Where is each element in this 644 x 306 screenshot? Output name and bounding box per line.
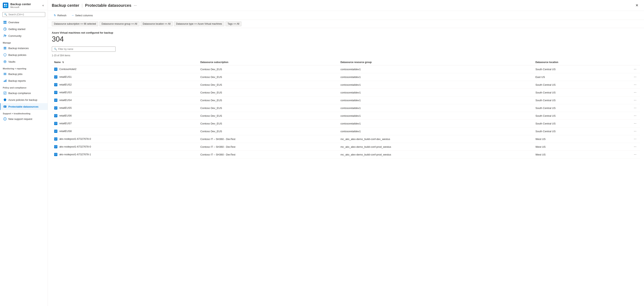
cell-subscription: Contoso Dev_EUS bbox=[198, 112, 338, 120]
cell-subscription: Contoso IT – SH360 - DevTest bbox=[198, 135, 338, 143]
header-more-icon[interactable]: ··· bbox=[134, 3, 137, 7]
cell-more[interactable]: ··· bbox=[630, 135, 640, 143]
cell-resource-group: contosoretaildev1 bbox=[338, 81, 533, 89]
cell-name-text: retailEUS5 bbox=[59, 106, 72, 109]
cell-location: South Central US bbox=[533, 104, 630, 112]
sidebar-item-getting-started[interactable]: Getting started bbox=[0, 26, 48, 32]
header-separator: | bbox=[82, 3, 83, 8]
sidebar-item-overview[interactable]: Overview bbox=[0, 19, 48, 26]
cell-name: retailEUS8 bbox=[52, 128, 198, 135]
sidebar-backup-reports-label: Backup reports bbox=[8, 79, 26, 82]
table-header-row: Name ⇅ Datasource subscription Datasourc… bbox=[52, 59, 640, 65]
search-box[interactable]: 🔍 bbox=[2, 12, 45, 17]
sidebar-item-backup-compliance[interactable]: Backup compliance bbox=[0, 90, 48, 96]
search-input[interactable] bbox=[8, 13, 44, 16]
sidebar-item-backup-jobs[interactable]: Backup jobs bbox=[0, 71, 48, 77]
vm-icon bbox=[54, 83, 57, 86]
row-more-button[interactable]: ··· bbox=[633, 75, 638, 79]
sidebar-item-community[interactable]: Community bbox=[0, 32, 48, 39]
cell-more[interactable]: ··· bbox=[630, 151, 640, 158]
sidebar-item-protectable-datasources[interactable]: Protectable datasources bbox=[0, 103, 48, 110]
row-more-button[interactable]: ··· bbox=[633, 137, 638, 141]
col-actions bbox=[630, 59, 640, 65]
cell-more[interactable]: ··· bbox=[630, 65, 640, 73]
filter-name-box[interactable]: 🔍 bbox=[52, 46, 116, 52]
row-more-button[interactable]: ··· bbox=[633, 98, 638, 102]
cell-more[interactable]: ··· bbox=[630, 120, 640, 128]
cell-name-text: aks-nodepool1-67327678-1 bbox=[59, 153, 91, 156]
sidebar-item-azure-policies[interactable]: Azure policies for backup bbox=[0, 96, 48, 103]
svg-rect-44 bbox=[55, 107, 56, 108]
cell-more[interactable]: ··· bbox=[630, 143, 640, 151]
vm-icon bbox=[54, 122, 57, 125]
svg-point-10 bbox=[6, 35, 6, 36]
sidebar-collapse-button[interactable]: « bbox=[42, 3, 45, 7]
row-more-button[interactable]: ··· bbox=[633, 67, 638, 71]
table-row: retailEUS6 Contoso Dev_EUS contosoretail… bbox=[52, 112, 640, 120]
table-row: ContosoHotel2 Contoso Dev_EUS contosoret… bbox=[52, 65, 640, 73]
row-more-button[interactable]: ··· bbox=[633, 114, 638, 118]
sidebar-item-vaults[interactable]: Vaults bbox=[0, 58, 48, 65]
svg-rect-62 bbox=[55, 154, 56, 155]
cell-more[interactable]: ··· bbox=[630, 96, 640, 104]
filter-tags[interactable]: Tags == All bbox=[226, 21, 242, 26]
svg-rect-32 bbox=[55, 76, 56, 77]
sort-icon: ⇅ bbox=[62, 61, 64, 63]
cell-more[interactable]: ··· bbox=[630, 81, 640, 89]
svg-rect-11 bbox=[4, 47, 5, 48]
filter-subscription[interactable]: Datasource subscription == 66 selected bbox=[52, 21, 98, 26]
table-row: aks-nodepool1-67327678-0 Contoso IT – SH… bbox=[52, 135, 640, 143]
sidebar-item-backup-reports[interactable]: Backup reports bbox=[0, 77, 48, 84]
cell-location: South Central US bbox=[533, 112, 630, 120]
cell-name-text: retailEUS1 bbox=[59, 75, 72, 78]
vm-icon bbox=[54, 106, 57, 110]
svg-rect-4 bbox=[4, 21, 5, 22]
cell-more[interactable]: ··· bbox=[630, 112, 640, 120]
row-more-button[interactable]: ··· bbox=[633, 152, 638, 157]
vm-icon bbox=[54, 75, 57, 79]
col-name[interactable]: Name ⇅ bbox=[52, 59, 198, 65]
filter-resource-group[interactable]: Datasource resource group == All bbox=[100, 21, 140, 26]
vaults-icon bbox=[3, 60, 7, 63]
row-more-button[interactable]: ··· bbox=[633, 129, 638, 134]
community-icon bbox=[3, 34, 7, 38]
row-more-button[interactable]: ··· bbox=[633, 83, 638, 87]
cell-name: retailEUS2 bbox=[52, 81, 198, 89]
cell-name: ContosoHotel2 bbox=[52, 65, 198, 73]
filter-name-input[interactable] bbox=[58, 48, 113, 50]
data-table: Name ⇅ Datasource subscription Datasourc… bbox=[52, 59, 640, 158]
row-more-button[interactable]: ··· bbox=[633, 106, 638, 110]
cell-name-text: retailEUS6 bbox=[59, 114, 72, 117]
refresh-button[interactable]: ↻ Refresh bbox=[52, 12, 68, 18]
close-button[interactable]: ✕ bbox=[634, 2, 640, 8]
cell-subscription: Contoso Dev_EUS bbox=[198, 128, 338, 135]
select-columns-button[interactable]: → Select columns bbox=[69, 12, 95, 18]
filter-type[interactable]: Datasource type == Azure Virtual machine… bbox=[174, 21, 224, 26]
sidebar-item-backup-policies[interactable]: Backup policies bbox=[0, 51, 48, 58]
cell-name-text: retailEUS4 bbox=[59, 99, 72, 102]
cell-more[interactable]: ··· bbox=[630, 128, 640, 135]
row-more-button[interactable]: ··· bbox=[633, 90, 638, 95]
svg-rect-14 bbox=[5, 48, 6, 49]
row-more-button[interactable]: ··· bbox=[633, 145, 638, 149]
summary-title: Azure Virtual machines not configured fo… bbox=[52, 31, 640, 34]
vm-icon bbox=[54, 130, 57, 133]
cell-name: retailEUS6 bbox=[52, 112, 198, 120]
svg-rect-48 bbox=[56, 116, 56, 117]
row-more-button[interactable]: ··· bbox=[633, 121, 638, 126]
filter-location[interactable]: Datasource location == All bbox=[141, 21, 173, 26]
cell-more[interactable]: ··· bbox=[630, 89, 640, 96]
sidebar-backup-jobs-label: Backup jobs bbox=[8, 73, 22, 76]
svg-rect-29 bbox=[55, 68, 56, 69]
cell-more[interactable]: ··· bbox=[630, 73, 640, 81]
svg-rect-57 bbox=[56, 140, 56, 140]
cell-more[interactable]: ··· bbox=[630, 104, 640, 112]
sidebar-item-new-support-request[interactable]: New support request bbox=[0, 116, 48, 122]
table-row: retailEUS2 Contoso Dev_EUS contosoretail… bbox=[52, 81, 640, 89]
backup-reports-icon bbox=[3, 79, 7, 83]
header-page-title: Protectable datasources bbox=[85, 3, 131, 8]
svg-rect-47 bbox=[55, 115, 56, 116]
sidebar-app-title: Backup center bbox=[10, 2, 31, 6]
sidebar-item-backup-instances[interactable]: Backup instances bbox=[0, 45, 48, 51]
sidebar-header: Backup center Microsoft « bbox=[0, 0, 48, 10]
